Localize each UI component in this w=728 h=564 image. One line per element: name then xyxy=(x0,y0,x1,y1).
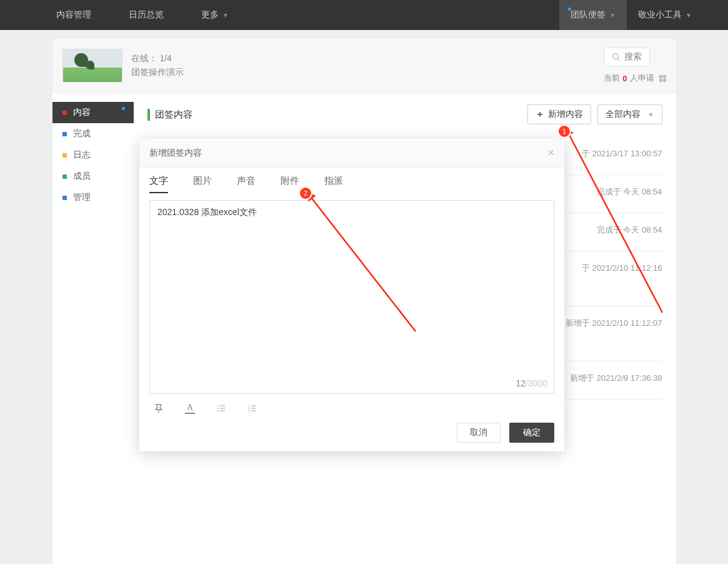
color-square-icon xyxy=(62,153,67,158)
modal-header: 新增团签内容 × xyxy=(139,139,564,168)
chevron-down-icon: ▼ xyxy=(648,111,654,118)
search-button[interactable]: 搜索 xyxy=(604,48,650,66)
nav-calendar[interactable]: 日历总览 xyxy=(129,9,164,21)
char-counter: 12/3000 xyxy=(516,378,547,388)
plus-icon: ＋ xyxy=(536,109,544,120)
online-label: 在线： xyxy=(131,53,157,63)
editor-toolbar: A 123 xyxy=(149,394,554,423)
search-label: 搜索 xyxy=(624,51,642,63)
text-editor[interactable]: 2021.0328 添加excel文件 12/3000 xyxy=(149,200,554,394)
qr-icon[interactable] xyxy=(659,75,666,82)
apply-status: 当前 0 人申请 xyxy=(604,73,666,84)
sidebar: 内容完成日志成员管理 xyxy=(52,93,134,564)
pin-icon xyxy=(154,403,164,413)
nav-left: 内容管理 日历总览 更多 ▼ xyxy=(56,9,229,21)
modal-tab-3[interactable]: 附件 xyxy=(281,175,299,193)
modal-footer: 取消 确定 xyxy=(139,423,564,451)
bullet-list-icon xyxy=(216,403,226,413)
nav-widgets[interactable]: 敬业小工具 ▼ xyxy=(627,0,703,30)
team-avatar-image xyxy=(62,49,122,83)
sidebar-item-4[interactable]: 管理 xyxy=(52,187,134,208)
nav-more[interactable]: 更多 ▼ xyxy=(201,9,229,21)
entry-timestamp: 完成于 今天 08:54 xyxy=(597,186,662,198)
chevron-down-icon: ▼ xyxy=(686,12,692,19)
char-current: 12 xyxy=(516,378,526,388)
apply-count: 0 xyxy=(622,74,627,83)
svg-point-0 xyxy=(613,54,619,59)
cancel-button[interactable]: 取消 xyxy=(457,423,501,443)
close-button[interactable]: × xyxy=(547,146,554,159)
nav-team-notes-label: 团队便签 xyxy=(571,9,606,21)
nav-widgets-label: 敬业小工具 xyxy=(638,9,682,21)
sidebar-item-3[interactable]: 成员 xyxy=(52,166,134,187)
entry-timestamp: 新增于 2021/2/10 11:12:07 xyxy=(566,318,662,329)
text-a-icon: A xyxy=(187,403,193,412)
number-list-icon: 123 xyxy=(247,403,257,413)
color-square-icon xyxy=(62,111,67,115)
color-square-icon xyxy=(62,174,67,179)
entry-timestamp: 于 2021/2/10 11:12:16 xyxy=(582,263,662,274)
modal-title: 新增团签内容 xyxy=(149,148,202,159)
top-navbar: 内容管理 日历总览 更多 ▼ 团队便签 ▼ 敬业小工具 ▼ xyxy=(0,0,728,30)
modal-tabs: 文字图片声音附件指派 xyxy=(139,168,564,194)
entry-timestamp: 于 2021/3/17 13:00:57 xyxy=(582,148,662,159)
team-header: 在线： 1/4 团签操作演示 搜索 当前 0 人申请 xyxy=(52,38,677,93)
sidebar-item-0[interactable]: 内容 xyxy=(52,102,134,123)
sidebar-item-2[interactable]: 日志 xyxy=(52,144,134,166)
chevron-down-icon: ▼ xyxy=(609,12,616,19)
editor-content: 2021.0328 添加excel文件 xyxy=(157,207,257,217)
svg-rect-3 xyxy=(220,405,225,406)
svg-rect-5 xyxy=(220,408,225,408)
team-meta: 在线： 1/4 团签操作演示 xyxy=(131,53,184,78)
search-icon xyxy=(612,53,621,61)
char-max: 3000 xyxy=(528,378,547,388)
modal-tab-2[interactable]: 声音 xyxy=(237,175,256,193)
svg-rect-7 xyxy=(220,410,225,411)
sidebar-item-1[interactable]: 完成 xyxy=(52,123,134,144)
main-title: 团签内容 xyxy=(147,109,192,121)
modal-tab-1[interactable]: 图片 xyxy=(193,175,212,193)
svg-rect-13 xyxy=(251,410,256,411)
pin-button[interactable] xyxy=(152,401,166,415)
color-square-icon xyxy=(62,132,67,136)
svg-rect-11 xyxy=(251,408,256,408)
sidebar-item-label: 完成 xyxy=(73,128,91,139)
svg-point-4 xyxy=(217,408,219,409)
modal-tab-0[interactable]: 文字 xyxy=(149,175,168,193)
svg-rect-9 xyxy=(251,405,256,406)
sidebar-item-label: 内容 xyxy=(73,107,91,118)
chevron-down-icon: ▼ xyxy=(222,12,229,19)
add-content-label: 新增内容 xyxy=(548,109,583,120)
sidebar-item-label: 管理 xyxy=(73,192,91,203)
text-color-button[interactable]: A xyxy=(183,401,197,415)
close-icon: × xyxy=(547,146,554,159)
nav-more-label: 更多 xyxy=(201,9,219,21)
apply-prefix: 当前 xyxy=(604,73,620,84)
modal-tab-4[interactable]: 指派 xyxy=(324,175,343,193)
entry-timestamp: 完成于 今天 08:54 xyxy=(597,224,662,236)
notification-dot-icon xyxy=(122,107,125,110)
svg-point-6 xyxy=(217,410,219,411)
underline-bar-icon xyxy=(185,413,195,414)
sidebar-item-label: 日志 xyxy=(73,149,91,161)
apply-suffix: 人申请 xyxy=(630,73,654,84)
svg-text:3: 3 xyxy=(248,409,250,413)
sidebar-item-label: 成员 xyxy=(73,171,91,182)
nav-team-notes[interactable]: 团队便签 ▼ xyxy=(559,0,627,30)
color-square-icon xyxy=(62,196,67,200)
svg-point-2 xyxy=(217,405,219,406)
filter-dropdown[interactable]: 全部内容 ▼ xyxy=(597,104,662,124)
entry-timestamp: 新增于 2021/2/9 17:36:38 xyxy=(570,373,662,384)
number-list-button[interactable]: 123 xyxy=(246,401,259,415)
nav-right: 团队便签 ▼ 敬业小工具 ▼ xyxy=(559,0,703,30)
team-name: 团签操作演示 xyxy=(131,67,184,78)
new-content-modal: 新增团签内容 × 文字图片声音附件指派 2021.0328 添加excel文件 … xyxy=(139,139,564,451)
main-header: 团签内容 ＋ 新增内容 全部内容 ▼ xyxy=(147,104,662,124)
filter-label: 全部内容 xyxy=(606,109,641,120)
add-content-button[interactable]: ＋ 新增内容 xyxy=(527,104,591,124)
confirm-button[interactable]: 确定 xyxy=(509,423,554,443)
online-count: 1/4 xyxy=(159,53,171,63)
bullet-list-button[interactable] xyxy=(214,401,228,415)
nav-content-manage[interactable]: 内容管理 xyxy=(56,9,91,21)
svg-line-1 xyxy=(618,59,621,61)
